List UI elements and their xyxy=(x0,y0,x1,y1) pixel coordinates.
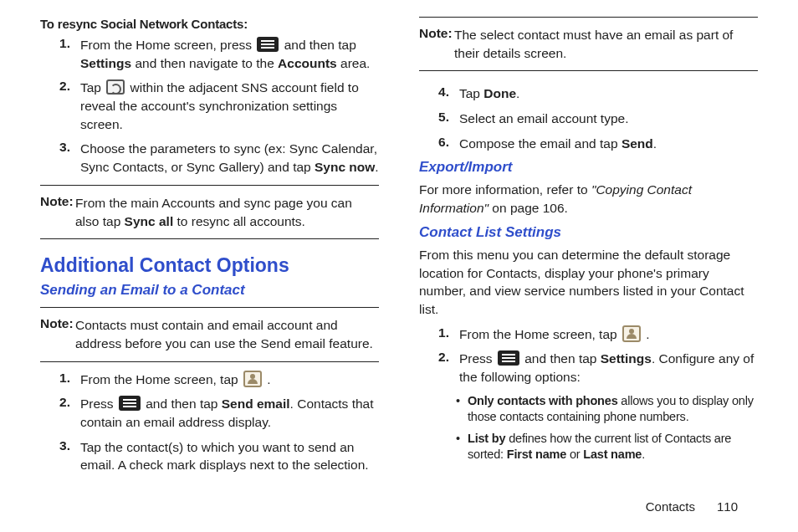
heading-additional-contact-options: Additional Contact Options xyxy=(40,254,379,277)
bullet-text: Only contacts with phones allows you to … xyxy=(468,393,758,426)
text: Compose the email and tap xyxy=(459,136,622,151)
step-text: Tap Done. xyxy=(459,84,758,103)
bold-text: Sync now xyxy=(315,160,375,174)
heading-sending-email: Sending an Email to a Contact xyxy=(40,282,379,299)
divider xyxy=(419,70,758,71)
step-text: Tap the contact(s) to which you want to … xyxy=(80,438,379,474)
step-item: 5. Select an email account type. xyxy=(419,110,758,128)
step-text: Tap within the adjacent SNS account fiel… xyxy=(80,79,379,133)
bullet-marker: • xyxy=(456,431,468,463)
page-footer: Contacts 110 xyxy=(646,499,738,514)
text: Tap xyxy=(459,86,483,100)
heading-export-import: Export/Import xyxy=(419,159,758,176)
divider xyxy=(40,238,379,239)
text: . xyxy=(263,372,271,386)
text: and then navigate to the xyxy=(131,56,278,70)
step-item: 3. Tap the contact(s) to which you want … xyxy=(40,438,379,474)
text: . xyxy=(642,327,650,341)
step-item: 2. Press and then tap Settings. Configur… xyxy=(419,350,758,386)
step-item: 2. Tap within the adjacent SNS account f… xyxy=(40,79,379,133)
step-text: From the Home screen, press and then tap… xyxy=(80,36,379,72)
contacts-icon xyxy=(622,325,641,342)
text: Press xyxy=(459,351,496,366)
bullet-text: List by defines how the current list of … xyxy=(468,431,758,463)
paragraph: For more information, refer to "Copying … xyxy=(419,181,758,217)
bullet-item: • List by defines how the current list o… xyxy=(456,431,758,463)
step-number: 4. xyxy=(419,84,459,103)
step-text: From the Home screen, tap . xyxy=(459,325,758,344)
step-item: 2. Press and then tap Send email. Contac… xyxy=(40,395,379,431)
text: From the Home screen, tap xyxy=(80,372,242,386)
text: From the Home screen, press xyxy=(80,38,252,52)
step-number: 3. xyxy=(40,140,80,176)
menu-icon xyxy=(257,37,279,52)
divider xyxy=(40,307,379,308)
sync-icon xyxy=(106,79,125,95)
note-block: Note: Contacts must contain and email ac… xyxy=(40,316,379,352)
bold-text: List by xyxy=(468,432,505,445)
bold-text: Settings xyxy=(80,56,131,70)
step-number: 1. xyxy=(419,325,459,344)
step-number: 1. xyxy=(40,371,80,389)
text: Press xyxy=(80,396,117,411)
text: Tap xyxy=(80,80,105,95)
divider xyxy=(419,17,758,18)
page-number: 110 xyxy=(717,499,738,514)
bullet-marker: • xyxy=(456,393,468,426)
right-column: Note: The select contact must have an em… xyxy=(419,17,758,481)
bold-text: Settings xyxy=(601,351,652,366)
text: . xyxy=(516,86,519,100)
heading-contact-list-settings: Contact List Settings xyxy=(419,224,758,241)
text: on page 106. xyxy=(489,201,568,215)
divider xyxy=(40,361,379,362)
menu-icon xyxy=(119,396,141,411)
left-column: To resync Social Network Contacts: 1. Fr… xyxy=(40,17,379,481)
note-text: From the main Accounts and sync page you… xyxy=(75,194,379,230)
resync-heading: To resync Social Network Contacts: xyxy=(40,17,379,31)
step-text: Press and then tap Settings. Configure a… xyxy=(459,350,758,386)
step-number: 3. xyxy=(40,438,80,474)
bold-text: Only contacts with phones xyxy=(468,394,618,407)
text: to resync all accounts. xyxy=(173,214,305,228)
text: . xyxy=(642,448,645,461)
bold-text: Send xyxy=(622,136,653,151)
text: and then tap xyxy=(142,396,222,411)
footer-section: Contacts xyxy=(646,499,695,514)
bold-text: Sync all xyxy=(125,214,174,228)
text: or xyxy=(566,448,583,461)
step-text: Choose the parameters to sync (ex: Sync … xyxy=(80,140,379,176)
step-number: 2. xyxy=(419,350,459,386)
bold-text: Send email xyxy=(222,396,290,411)
step-number: 5. xyxy=(419,110,459,128)
note-label: Note: xyxy=(419,26,454,62)
two-column-layout: To resync Social Network Contacts: 1. Fr… xyxy=(40,17,758,481)
step-item: 6. Compose the email and tap Send. xyxy=(419,135,758,153)
step-item: 4. Tap Done. xyxy=(419,84,758,103)
note-label: Note: xyxy=(40,194,75,230)
note-block: Note: From the main Accounts and sync pa… xyxy=(40,194,379,230)
text: area. xyxy=(337,56,371,70)
bold-text: Last name xyxy=(583,448,642,461)
step-text: From the Home screen, tap . xyxy=(80,371,379,389)
contacts-icon xyxy=(243,371,262,387)
text: For more information, refer to xyxy=(419,182,591,197)
bold-text: Accounts xyxy=(278,56,337,70)
step-item: 3. Choose the parameters to sync (ex: Sy… xyxy=(40,140,379,176)
menu-icon xyxy=(498,350,519,366)
step-number: 6. xyxy=(419,135,459,153)
bold-text: First name xyxy=(507,448,566,461)
step-item: 1. From the Home screen, tap . xyxy=(419,325,758,344)
step-item: 1. From the Home screen, tap . xyxy=(40,371,379,389)
step-text: Press and then tap Send email. Contacts … xyxy=(80,395,379,431)
step-number: 2. xyxy=(40,79,80,133)
step-number: 2. xyxy=(40,395,80,431)
note-block: Note: The select contact must have an em… xyxy=(419,26,758,62)
bold-text: Done xyxy=(483,86,516,100)
step-number: 1. xyxy=(40,36,80,72)
step-text: Select an email account type. xyxy=(459,110,758,128)
text: and then tap xyxy=(521,351,601,366)
bullet-item: • Only contacts with phones allows you t… xyxy=(456,393,758,426)
note-text: The select contact must have an email as… xyxy=(454,26,758,62)
text: . xyxy=(375,160,378,174)
step-item: 1. From the Home screen, press and then … xyxy=(40,36,379,72)
